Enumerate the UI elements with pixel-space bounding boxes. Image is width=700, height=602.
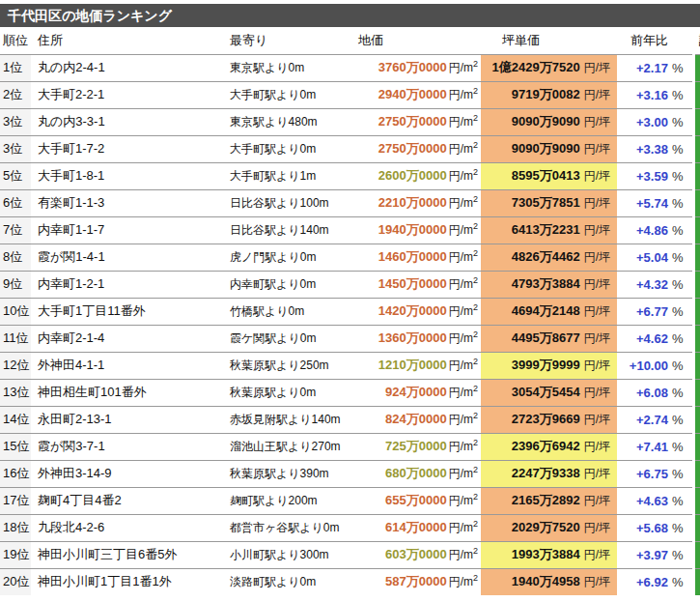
station-label: 霞ケ関駅より0m <box>230 331 317 345</box>
detail-cell[interactable] <box>693 135 700 162</box>
rank-cell: 7位 <box>0 216 31 244</box>
tsubo-unit: 円/坪 <box>584 467 610 480</box>
detail-cell[interactable] <box>693 568 700 595</box>
price-unit: 円/m2 <box>449 548 478 561</box>
station-cell: 小川町駅より300m <box>227 541 347 568</box>
detail-cell[interactable] <box>693 189 700 216</box>
tsubo-unit: 円/坪 <box>584 304 610 318</box>
station-cell: 麹町駅より200m <box>227 487 347 514</box>
detail-cell[interactable] <box>693 162 700 189</box>
station-cell: 内幸町駅より0m <box>227 271 347 298</box>
detail-cell[interactable] <box>693 54 700 81</box>
rank-label: 15位 <box>3 439 29 453</box>
address-label: 大手町1-8-1 <box>38 168 104 183</box>
yoy-cell: +7.41% <box>617 433 693 460</box>
tsubo-cell: 4793万3884円/坪 <box>481 271 617 298</box>
address-cell: 内幸町2-1-4 <box>31 325 227 352</box>
tsubo-cell: 4826万4462円/坪 <box>481 244 617 271</box>
price-cell: 3760万0000円/m2 <box>347 54 481 81</box>
detail-cell[interactable] <box>693 271 700 298</box>
rank-label: 10位 <box>3 303 29 318</box>
price-unit: 円/m2 <box>449 196 478 210</box>
detail-cell[interactable] <box>693 81 700 108</box>
tsubo-value: 8595万0413 <box>512 168 580 183</box>
detail-cell[interactable] <box>693 487 700 514</box>
station-label: 内幸町駅より0m <box>230 277 316 291</box>
percent-sign: % <box>672 250 684 265</box>
rank-cell: 1位 <box>0 54 31 81</box>
station-label: 東京駅より0m <box>230 61 304 74</box>
yoy-cell: +6.75% <box>617 460 693 487</box>
address-cell: 丸の内2-4-1 <box>31 54 227 81</box>
detail-cell[interactable] <box>693 406 700 433</box>
detail-cell[interactable] <box>693 352 700 379</box>
price-unit: 円/m2 <box>449 277 478 291</box>
price-cell: 603万0000円/m2 <box>347 541 481 568</box>
table-row: 19位 神田小川町三丁目6番5外 小川町駅より300m 603万0000円/m2… <box>0 541 700 568</box>
detail-cell[interactable] <box>693 244 700 271</box>
detail-cell[interactable] <box>693 108 700 135</box>
price-value: 587万0000 <box>385 574 447 588</box>
price-unit: 円/m2 <box>449 304 478 318</box>
station-label: 淡路町駅より0m <box>230 575 316 588</box>
address-cell: 神田小川町1丁目1番1外 <box>31 568 227 595</box>
table-row: 7位 内幸町1-1-7 日比谷駅より140m 1940万0000円/m2 641… <box>0 216 700 244</box>
detail-cell[interactable] <box>693 460 700 487</box>
square-meter-superscript: 2 <box>473 275 478 285</box>
detail-cell[interactable] <box>693 514 700 541</box>
yoy-value: +6.77 <box>636 304 668 319</box>
yoy-value: +7.41 <box>636 440 668 454</box>
tsubo-cell: 2723万9669円/坪 <box>481 406 617 433</box>
price-value: 655万0000 <box>385 493 447 507</box>
price-value: 1460万0000 <box>378 249 447 264</box>
square-meter-superscript: 2 <box>473 302 478 312</box>
detail-cell[interactable] <box>693 433 700 460</box>
table-row: 11位 内幸町2-1-4 霞ケ関駅より0m 1360万0000円/m2 4495… <box>0 325 700 352</box>
percent-sign: % <box>672 413 684 427</box>
station-cell: 秋葉原駅より0m <box>227 379 347 406</box>
yoy-value: +3.97 <box>636 548 668 562</box>
rank-cell: 9位 <box>0 271 31 298</box>
price-unit: 円/m2 <box>449 440 478 453</box>
yoy-cell: +4.62% <box>617 325 693 352</box>
price-value: 1940万0000 <box>378 222 447 237</box>
price-value: 725万0000 <box>385 439 447 453</box>
square-meter-superscript: 2 <box>473 573 478 583</box>
detail-cell[interactable] <box>693 298 700 325</box>
percent-sign: % <box>672 521 684 535</box>
detail-cell[interactable] <box>693 325 700 352</box>
address-cell: 内幸町1-1-7 <box>31 216 227 244</box>
address-label: 神田相生町101番外 <box>38 385 147 399</box>
tsubo-value: 1993万3884 <box>512 547 580 561</box>
detail-cell[interactable] <box>693 379 700 406</box>
address-label: 内幸町1-2-1 <box>38 276 104 291</box>
address-cell: 神田小川町三丁目6番5外 <box>31 541 227 568</box>
address-label: 有楽町1-1-3 <box>38 195 104 210</box>
price-unit: 円/m2 <box>449 386 478 399</box>
table-row: 6位 有楽町1-1-3 日比谷駅より100m 2210万0000円/m2 730… <box>0 189 700 216</box>
price-cell: 1460万0000円/m2 <box>347 244 481 271</box>
price-unit: 円/m2 <box>449 115 478 129</box>
address-label: 霞が関1-4-1 <box>38 249 105 264</box>
percent-sign: % <box>672 88 684 102</box>
tsubo-unit: 円/坪 <box>584 413 610 426</box>
station-label: 秋葉原駅より250m <box>230 358 329 372</box>
rank-cell: 15位 <box>0 433 31 460</box>
rank-cell: 10位 <box>0 298 31 325</box>
address-label: 内幸町1-1-7 <box>38 222 104 237</box>
station-cell: 日比谷駅より100m <box>227 189 347 216</box>
detail-cell[interactable] <box>693 216 700 244</box>
yoy-cell: +3.00% <box>617 108 693 135</box>
detail-cell[interactable] <box>693 541 700 568</box>
tsubo-cell: 2247万9338円/坪 <box>481 460 617 487</box>
square-meter-superscript: 2 <box>473 411 478 420</box>
rank-label: 9位 <box>3 276 22 291</box>
price-cell: 655万0000円/m2 <box>347 487 481 514</box>
station-label: 赤坂見附駅より140m <box>230 413 341 426</box>
yoy-cell: +2.17% <box>617 54 693 81</box>
rank-label: 20位 <box>3 574 29 588</box>
price-unit: 円/m2 <box>449 250 478 264</box>
tsubo-unit: 円/坪 <box>584 358 610 372</box>
table-row: 13位 神田相生町101番外 秋葉原駅より0m 924万0000円/m2 305… <box>0 379 700 406</box>
header-tsubo: 坪単価 <box>481 27 617 54</box>
